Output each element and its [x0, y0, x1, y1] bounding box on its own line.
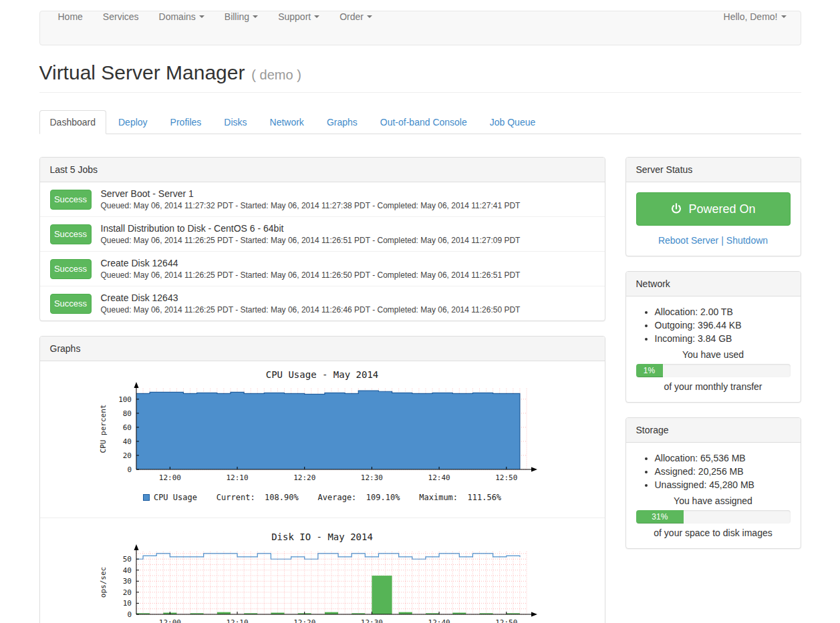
side-column: Server Status Powered On Reboot Server|S…	[625, 157, 801, 623]
nav-domains[interactable]: Domains	[149, 11, 215, 22]
svg-text:40: 40	[123, 566, 132, 575]
network-panel: Network Allocation: 2.00 TB Outgoing: 39…	[625, 271, 801, 403]
graphs-panel-body: CPU Usage - May 2014 02040608010012:0012…	[40, 361, 605, 623]
nav-services[interactable]: Services	[93, 11, 149, 22]
user-menu-label: Hello, Demo!	[724, 11, 778, 22]
job-title: Install Distribution to Disk - CentOS 6 …	[101, 223, 521, 234]
shutdown-link[interactable]: Shutdown	[726, 235, 768, 246]
link-separator: |	[721, 235, 724, 246]
job-row: Success Create Disk 12643 Queued: May 06…	[40, 286, 605, 321]
jobs-panel-header: Last 5 Jobs	[40, 158, 605, 182]
storage-progress-label: 31%	[652, 512, 668, 522]
navbar-menu: Home Services Domains Billing Support Or…	[48, 11, 383, 45]
server-status-header: Server Status	[626, 158, 801, 182]
graphs-panel-header: Graphs	[40, 337, 605, 361]
svg-text:12:30: 12:30	[361, 618, 383, 623]
nav-support-label: Support	[278, 11, 311, 22]
network-panel-header: Network	[626, 272, 801, 296]
caret-down-icon	[367, 15, 372, 18]
main-column: Last 5 Jobs Success Server Boot - Server…	[39, 157, 605, 623]
svg-text:12:30: 12:30	[361, 473, 383, 482]
storage-panel: Storage Allocation: 65,536 MB Assigned: …	[625, 417, 801, 549]
svg-text:12:00: 12:00	[159, 618, 181, 623]
disk-chart-title: Disk IO - May 2014	[40, 532, 605, 542]
job-title: Create Disk 12643	[101, 292, 521, 303]
tab-out-of-band-console[interactable]: Out-of-band Console	[370, 110, 478, 134]
network-outgoing: Outgoing: 396.44 KB	[655, 320, 791, 331]
graphs-panel: Graphs CPU Usage - May 2014 020406080100…	[39, 336, 605, 623]
caret-down-icon	[253, 15, 258, 18]
job-status-badge: Success	[50, 190, 92, 210]
job-title: Create Disk 12644	[101, 258, 521, 268]
network-allocation: Allocation: 2.00 TB	[655, 306, 791, 317]
svg-text:CPU percent: CPU percent	[99, 405, 108, 453]
caret-down-icon	[781, 15, 787, 18]
top-navbar: Home Services Domains Billing Support Or…	[39, 11, 801, 45]
svg-text:ops/sec: ops/sec	[99, 567, 108, 598]
nav-order[interactable]: Order	[329, 11, 382, 22]
tab-disks[interactable]: Disks	[213, 110, 257, 134]
nav-support[interactable]: Support	[268, 11, 329, 22]
job-row: Success Create Disk 12644 Queued: May 06…	[40, 252, 605, 286]
svg-text:12:50: 12:50	[495, 473, 517, 482]
caret-down-icon	[199, 15, 204, 18]
storage-unassigned: Unassigned: 45,280 MB	[655, 479, 791, 490]
power-links: Reboot Server|Shutdown	[636, 235, 791, 246]
svg-text:10: 10	[123, 599, 132, 608]
svg-text:20: 20	[123, 451, 132, 460]
svg-text:60: 60	[123, 423, 132, 432]
disk-io-chart: 0102030405012:0012:1012:2012:3012:4012:5…	[95, 544, 549, 623]
cpu-usage-chart: 02040608010012:0012:1012:2012:3012:4012:…	[95, 381, 549, 489]
svg-text:30: 30	[123, 577, 132, 586]
svg-text:0: 0	[127, 465, 132, 474]
job-status-badge: Success	[50, 294, 92, 314]
power-icon	[670, 203, 682, 215]
server-status-panel: Server Status Powered On Reboot Server|S…	[625, 157, 801, 256]
nav-home[interactable]: Home	[48, 11, 93, 22]
svg-text:12:20: 12:20	[293, 473, 315, 482]
job-details: Queued: May 06, 2014 11:26:25 PDT - Star…	[101, 236, 521, 245]
job-row: Success Server Boot - Server 1 Queued: M…	[40, 182, 605, 217]
tab-network[interactable]: Network	[259, 110, 315, 134]
job-details: Queued: May 06, 2014 11:27:32 PDT - Star…	[101, 201, 521, 210]
svg-text:12:40: 12:40	[428, 618, 450, 623]
svg-text:0: 0	[127, 610, 132, 619]
network-used-label: You have used	[636, 349, 791, 360]
tab-job-queue[interactable]: Job Queue	[479, 110, 547, 134]
storage-allocation: Allocation: 65,536 MB	[655, 453, 791, 463]
navbar-user-menu: Hello, Demo!	[714, 11, 797, 45]
tab-bar: Dashboard Deploy Profiles Disks Network …	[39, 110, 801, 134]
network-suffix: of your monthly transfer	[636, 381, 791, 392]
storage-assigned: Assigned: 20,256 MB	[655, 466, 791, 477]
nav-order-label: Order	[339, 11, 364, 22]
tab-dashboard[interactable]: Dashboard	[39, 110, 107, 134]
svg-text:20: 20	[123, 588, 132, 597]
nav-services-label: Services	[103, 11, 139, 22]
nav-billing[interactable]: Billing	[215, 11, 268, 22]
tab-profiles[interactable]: Profiles	[160, 110, 213, 134]
cpu-chart-legend-text: CPU Usage Current: 108.90% Average: 109.…	[154, 493, 501, 502]
svg-text:40: 40	[123, 437, 132, 446]
page-container: Home Services Domains Billing Support Or…	[39, 11, 801, 623]
storage-used-label: You have assigned	[636, 495, 791, 506]
job-row: Success Install Distribution to Disk - C…	[40, 217, 605, 252]
job-status-badge: Success	[50, 224, 92, 244]
tab-graphs[interactable]: Graphs	[316, 110, 368, 134]
user-menu[interactable]: Hello, Demo!	[714, 11, 797, 22]
job-details: Queued: May 06, 2014 11:26:25 PDT - Star…	[101, 305, 521, 315]
svg-text:12:10: 12:10	[226, 618, 248, 623]
tab-deploy[interactable]: Deploy	[108, 110, 158, 134]
caret-down-icon	[314, 15, 319, 18]
svg-text:12:10: 12:10	[226, 473, 248, 482]
network-progress-label: 1%	[644, 366, 655, 375]
cpu-chart-title: CPU Usage - May 2014	[40, 369, 605, 380]
power-status-button[interactable]: Powered On	[636, 192, 791, 226]
job-details: Queued: May 06, 2014 11:26:25 PDT - Star…	[101, 270, 521, 280]
legend-swatch-icon	[143, 494, 150, 501]
network-progress-bar: 1%	[636, 364, 663, 377]
network-stats-list: Allocation: 2.00 TB Outgoing: 396.44 KB …	[655, 306, 791, 344]
svg-text:50: 50	[123, 555, 132, 564]
reboot-server-link[interactable]: Reboot Server	[658, 235, 718, 246]
charts-divider	[40, 517, 605, 518]
nav-billing-label: Billing	[225, 11, 249, 22]
